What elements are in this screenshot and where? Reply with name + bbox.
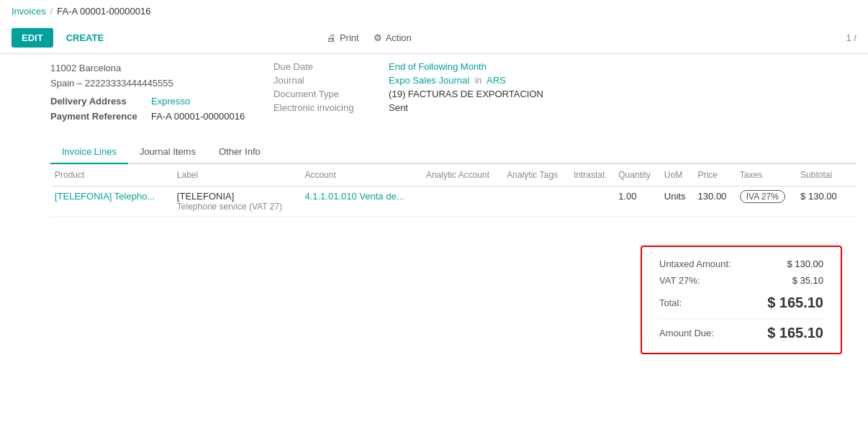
journal-label: Journal bbox=[273, 75, 389, 86]
einvoice-label: Electronic invoicing bbox=[273, 102, 389, 113]
untaxed-amount-row: Untaxed Amount: $ 130.00 bbox=[659, 259, 823, 269]
cell-uom: Units bbox=[660, 186, 694, 216]
address-line2: Spain – 22223333444445555 bbox=[50, 76, 245, 91]
doc-type-label: Document Type bbox=[273, 89, 389, 99]
tab-journal-items[interactable]: Journal Items bbox=[128, 140, 207, 164]
label-line1: [TELEFONIA] bbox=[177, 191, 297, 202]
doc-type-value: (19) FACTURAS DE EXPORTACION bbox=[389, 89, 543, 99]
col-price: Price bbox=[694, 164, 736, 186]
doc-type-row: Document Type (19) FACTURAS DE EXPORTACI… bbox=[273, 89, 547, 99]
gear-icon: ⚙ bbox=[374, 32, 382, 43]
due-date-value: End of Following Month bbox=[389, 61, 487, 72]
action-button[interactable]: ⚙ Action bbox=[374, 32, 412, 43]
cell-account: 4.1.1.01.010 Venta de... bbox=[300, 186, 422, 216]
payment-ref-value: FA-A 00001-00000016 bbox=[151, 111, 245, 122]
payment-ref-row: Payment Reference FA-A 00001-00000016 bbox=[50, 111, 245, 122]
delivery-address-label: Delivery Address bbox=[50, 96, 151, 107]
col-intrastat: Intrastat bbox=[569, 164, 614, 186]
table-row: [TELEFONIA] Telepho... [TELEFONIA] Telep… bbox=[50, 186, 856, 216]
toolbar-actions: 🖨 Print ⚙ Action bbox=[327, 32, 412, 43]
einvoice-value: Sent bbox=[389, 102, 408, 113]
journal-row: Journal Expo Sales Journal in ARS bbox=[273, 75, 547, 86]
amount-due-value: $ 165.10 bbox=[767, 325, 823, 341]
account-link[interactable]: 4.1.1.01.010 Venta de... bbox=[304, 191, 404, 202]
cell-taxes: IVA 27% bbox=[736, 186, 796, 216]
col-taxes: Taxes bbox=[736, 164, 796, 186]
amount-due-row: Amount Due: $ 165.10 bbox=[659, 318, 823, 341]
vat-value: $ 35.10 bbox=[792, 275, 823, 286]
cell-label: [TELEFONIA] Telephone service (VAT 27) bbox=[173, 186, 301, 216]
due-date-row: Due Date End of Following Month bbox=[273, 61, 547, 72]
pagination: 1 / bbox=[846, 32, 856, 43]
address-section: 11002 Barcelona Spain – 2222333344444555… bbox=[50, 54, 856, 133]
product-link[interactable]: [TELEFONIA] Telepho... bbox=[55, 191, 155, 202]
col-analytic-account: Analytic Account bbox=[422, 164, 502, 186]
invoice-info: Due Date End of Following Month Journal … bbox=[273, 61, 547, 122]
journal-in: in bbox=[475, 76, 482, 86]
total-row: Total: $ 165.10 bbox=[659, 292, 823, 311]
label-line2: Telephone service (VAT 27) bbox=[177, 202, 297, 212]
breadcrumb-parent[interactable]: Invoices bbox=[12, 6, 46, 17]
col-account: Account bbox=[300, 164, 422, 186]
create-button[interactable]: CREATE bbox=[60, 28, 109, 48]
toolbar: EDIT CREATE 🖨 Print ⚙ Action 1 / bbox=[0, 22, 868, 54]
journal-currency-link[interactable]: ARS bbox=[487, 75, 506, 86]
col-subtotal: Subtotal bbox=[796, 164, 846, 186]
print-button[interactable]: 🖨 Print bbox=[327, 32, 359, 43]
tab-other-info[interactable]: Other Info bbox=[207, 140, 272, 164]
page-content: 11002 Barcelona Spain – 2222333344444555… bbox=[0, 54, 868, 376]
delivery-address-link[interactable]: Expresso bbox=[151, 96, 190, 107]
cell-row-menu bbox=[846, 186, 856, 216]
due-date-label: Due Date bbox=[273, 61, 389, 72]
total-label: Total: bbox=[659, 297, 682, 308]
untaxed-amount-value: $ 130.00 bbox=[787, 259, 823, 269]
tabs: Invoice Lines Journal Items Other Info bbox=[50, 140, 856, 164]
journal-link[interactable]: Expo Sales Journal bbox=[389, 75, 469, 86]
col-analytic-tags: Analytic Tags bbox=[502, 164, 569, 186]
due-date-link[interactable]: End of Following Month bbox=[389, 61, 487, 72]
cell-analytic-tags bbox=[502, 186, 569, 216]
print-label: Print bbox=[340, 32, 359, 43]
summary-box: Untaxed Amount: $ 130.00 VAT 27%: $ 35.1… bbox=[641, 246, 842, 354]
action-label: Action bbox=[386, 32, 412, 43]
journal-value: Expo Sales Journal in ARS bbox=[389, 75, 506, 86]
payment-ref-label: Payment Reference bbox=[50, 111, 151, 122]
untaxed-amount-label: Untaxed Amount: bbox=[659, 259, 731, 269]
cell-product: [TELEFONIA] Telepho... bbox=[50, 186, 173, 216]
cell-analytic-account bbox=[422, 186, 502, 216]
cell-subtotal: $ 130.00 bbox=[796, 186, 846, 216]
edit-button[interactable]: EDIT bbox=[12, 28, 53, 48]
vat-row: VAT 27%: $ 35.10 bbox=[659, 275, 823, 286]
vat-label: VAT 27%: bbox=[659, 275, 700, 286]
tab-invoice-lines[interactable]: Invoice Lines bbox=[50, 140, 128, 164]
summary-section: Untaxed Amount: $ 130.00 VAT 27%: $ 35.1… bbox=[50, 246, 856, 376]
address-line1: 11002 Barcelona bbox=[50, 61, 245, 76]
table-header: Product Label Account Analytic Account A… bbox=[50, 164, 856, 186]
tax-badge: IVA 27% bbox=[740, 190, 785, 203]
breadcrumb-separator: / bbox=[50, 6, 53, 17]
invoice-lines-table: Product Label Account Analytic Account A… bbox=[50, 164, 856, 217]
col-product: Product bbox=[50, 164, 173, 186]
col-quantity: Quantity bbox=[614, 164, 660, 186]
address-left: 11002 Barcelona Spain – 2222333344444555… bbox=[50, 61, 245, 122]
einvoice-row: Electronic invoicing Sent bbox=[273, 102, 547, 113]
delivery-address-value: Expresso bbox=[151, 96, 190, 107]
breadcrumb-current: FA-A 00001-00000016 bbox=[57, 6, 150, 17]
col-actions bbox=[846, 164, 856, 186]
print-icon: 🖨 bbox=[327, 32, 336, 43]
cell-quantity: 1.00 bbox=[614, 186, 660, 216]
col-uom: UoM bbox=[660, 164, 694, 186]
cell-price: 130.00 bbox=[694, 186, 736, 216]
col-label: Label bbox=[173, 164, 301, 186]
cell-intrastat bbox=[569, 186, 614, 216]
breadcrumb: Invoices / FA-A 00001-00000016 bbox=[0, 0, 868, 22]
total-value: $ 165.10 bbox=[767, 295, 823, 311]
amount-due-label: Amount Due: bbox=[659, 328, 714, 338]
delivery-address-row: Delivery Address Expresso bbox=[50, 96, 245, 107]
